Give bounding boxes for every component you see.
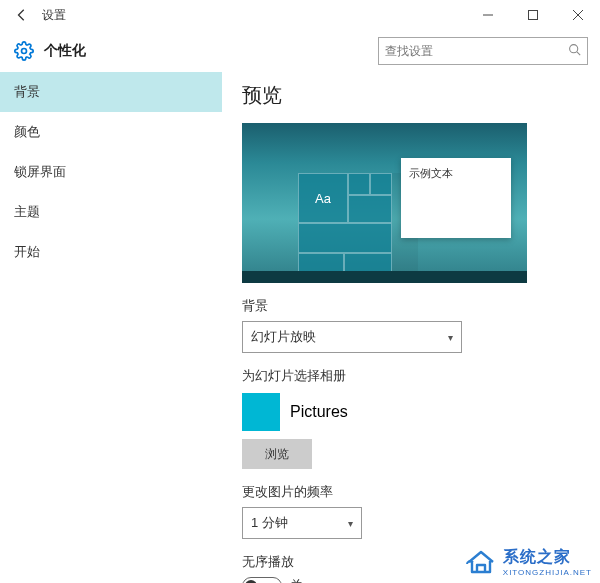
preview-taskbar	[242, 271, 527, 283]
close-icon	[573, 10, 583, 20]
sidebar-nav: 背景 颜色 锁屏界面 主题 开始	[0, 72, 222, 583]
desktop-preview: Aa 示例文本	[242, 123, 527, 283]
content-area: 预览 Aa 示例文本 背景 幻灯片放映 ▾ 为幻灯片选择相册 Pic	[222, 72, 600, 583]
background-label: 背景	[242, 297, 584, 315]
nav-item-colors[interactable]: 颜色	[0, 112, 222, 152]
dropdown-value: 幻灯片放映	[251, 328, 316, 346]
page-header: 个性化	[0, 30, 600, 72]
arrow-left-icon	[15, 8, 29, 22]
album-label: 为幻灯片选择相册	[242, 367, 584, 385]
svg-point-2	[22, 49, 27, 54]
search-icon	[568, 43, 581, 59]
start-tiles-mock: Aa	[298, 173, 418, 273]
window-title: 设置	[42, 7, 66, 24]
minimize-button[interactable]	[465, 0, 510, 30]
preview-window-mock: 示例文本	[401, 158, 511, 238]
settings-icon	[12, 39, 36, 63]
preview-tile	[348, 195, 392, 223]
album-name: Pictures	[290, 403, 348, 421]
nav-item-start[interactable]: 开始	[0, 232, 222, 272]
toggle-state: 关	[290, 577, 303, 583]
nav-label: 主题	[14, 203, 40, 221]
nav-item-themes[interactable]: 主题	[0, 192, 222, 232]
frequency-dropdown[interactable]: 1 分钟 ▾	[242, 507, 362, 539]
main-layout: 背景 颜色 锁屏界面 主题 开始 预览 Aa 示例文本 背景 幻灯片放映	[0, 72, 600, 583]
shuffle-label: 无序播放	[242, 553, 584, 571]
maximize-icon	[528, 10, 538, 20]
svg-rect-1	[528, 11, 537, 20]
window-controls	[465, 0, 600, 30]
preview-tile	[344, 253, 392, 273]
nav-label: 背景	[14, 83, 40, 101]
svg-line-4	[577, 52, 580, 55]
album-row: Pictures	[242, 391, 482, 433]
frequency-label: 更改图片的频率	[242, 483, 584, 501]
title-bar: 设置	[0, 0, 600, 30]
preview-tile	[298, 253, 344, 273]
minimize-icon	[483, 10, 493, 20]
browse-button[interactable]: 浏览	[242, 439, 312, 469]
search-input[interactable]	[385, 44, 568, 58]
preview-tile	[370, 173, 392, 195]
svg-point-3	[570, 45, 578, 53]
album-thumbnail	[242, 393, 280, 431]
chevron-down-icon: ▾	[448, 332, 453, 343]
preview-tile	[348, 173, 370, 195]
section-title: 个性化	[44, 42, 86, 60]
maximize-button[interactable]	[510, 0, 555, 30]
nav-item-lockscreen[interactable]: 锁屏界面	[0, 152, 222, 192]
nav-label: 开始	[14, 243, 40, 261]
search-input-wrapper[interactable]	[378, 37, 588, 65]
dropdown-value: 1 分钟	[251, 514, 288, 532]
chevron-down-icon: ▾	[348, 518, 353, 529]
toggle-track	[242, 577, 282, 583]
preview-heading: 预览	[242, 82, 584, 109]
preview-tile	[298, 223, 392, 253]
back-button[interactable]	[8, 1, 36, 29]
nav-label: 颜色	[14, 123, 40, 141]
nav-label: 锁屏界面	[14, 163, 66, 181]
preview-tile-large: Aa	[298, 173, 348, 223]
background-dropdown[interactable]: 幻灯片放映 ▾	[242, 321, 462, 353]
shuffle-toggle[interactable]: 关	[242, 577, 584, 583]
close-button[interactable]	[555, 0, 600, 30]
nav-item-background[interactable]: 背景	[0, 72, 222, 112]
sample-text: 示例文本	[409, 167, 453, 179]
